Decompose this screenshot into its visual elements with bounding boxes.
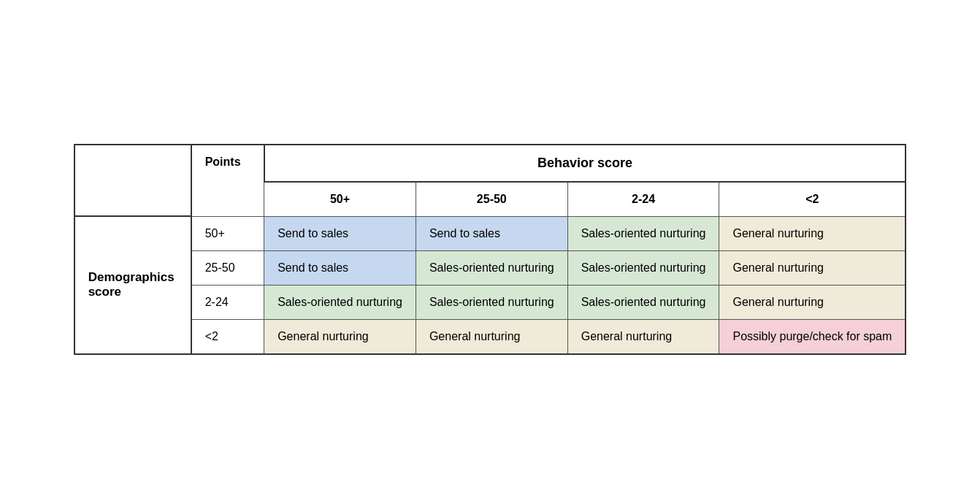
cell-row1-col1: Sales-oriented nurturing: [416, 250, 567, 285]
points-row-2: 2-24: [191, 285, 264, 319]
cell-row1-col3: General nurturing: [719, 250, 906, 285]
cell-row1-col2: Sales-oriented nurturing: [567, 250, 719, 285]
cell-row3-col3: Possibly purge/check for spam: [719, 319, 906, 354]
table-wrapper: Points Behavior score 50+ 25-50 2-24 <2 …: [74, 144, 907, 355]
points-row-3: <2: [191, 319, 264, 354]
col-25-50-header: 25-50: [416, 182, 567, 217]
col-50plus-header: 50+: [264, 182, 416, 217]
cell-row1-col0: Send to sales: [264, 250, 416, 285]
cell-row3-col2: General nurturing: [567, 319, 719, 354]
cell-row0-col2: Sales-oriented nurturing: [567, 216, 719, 250]
cell-row2-col1: Sales-oriented nurturing: [416, 285, 567, 319]
cell-row2-col0: Sales-oriented nurturing: [264, 285, 416, 319]
cell-row2-col3: General nurturing: [719, 285, 906, 319]
demographics-score-label: Demographics score: [74, 216, 191, 354]
points-row-1: 25-50: [191, 250, 264, 285]
col-lt2-header: <2: [719, 182, 906, 217]
cell-row0-col1: Send to sales: [416, 216, 567, 250]
cell-row3-col1: General nurturing: [416, 319, 567, 354]
behavior-score-header: Behavior score: [264, 145, 906, 182]
cell-row2-col2: Sales-oriented nurturing: [567, 285, 719, 319]
cell-row0-col0: Send to sales: [264, 216, 416, 250]
cell-row0-col3: General nurturing: [719, 216, 906, 250]
points-header: Points: [191, 145, 264, 217]
col-2-24-header: 2-24: [567, 182, 719, 217]
cell-row3-col0: General nurturing: [264, 319, 416, 354]
scoring-matrix-table: Points Behavior score 50+ 25-50 2-24 <2 …: [74, 144, 907, 355]
points-row-0: 50+: [191, 216, 264, 250]
